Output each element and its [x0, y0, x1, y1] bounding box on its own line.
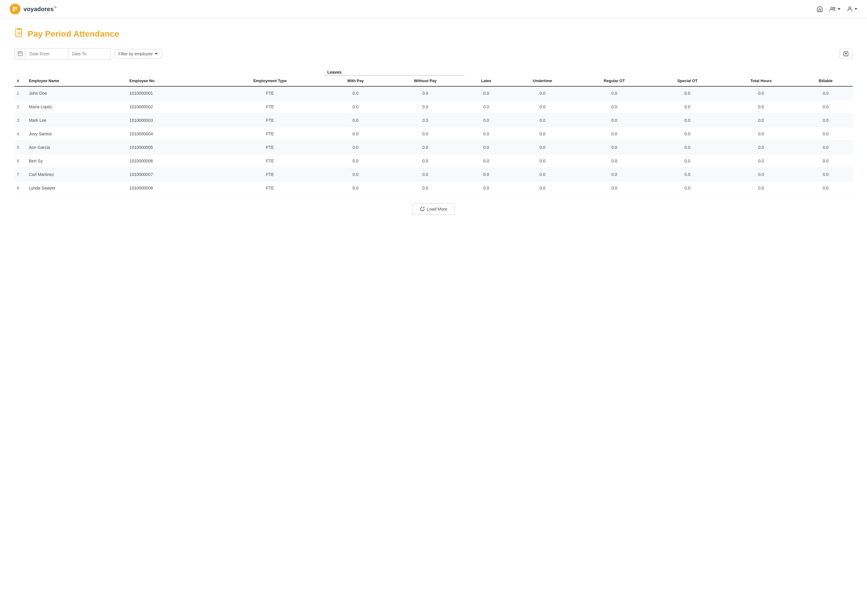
cell-row1-col1: 1: [14, 86, 27, 100]
date-to-input[interactable]: [68, 49, 110, 59]
col-header-withpay: With Pay: [325, 75, 386, 86]
cell-row4-col10: 0.0: [651, 127, 724, 141]
cell-row7-col4: FTE: [215, 168, 325, 181]
cell-row3-col5: 0.0: [325, 114, 386, 127]
page-title-icon: [14, 28, 24, 40]
cell-row8-col1: 8: [14, 181, 27, 195]
cell-row8-col9: 0.0: [577, 181, 651, 195]
cell-row7-col6: 0.0: [386, 168, 465, 181]
cell-row8-col6: 0.0: [386, 181, 465, 195]
cell-row5-col9: 0.0: [577, 141, 651, 154]
cell-row4-col11: 0.0: [724, 127, 799, 141]
table-row: 7Carl Martinez1010000007FTE0.00.00.00.00…: [14, 168, 853, 181]
cell-row6-col2: Bert Sy: [27, 154, 127, 168]
cell-row4-col7: 0.0: [465, 127, 508, 141]
refresh-icon: [420, 207, 425, 211]
date-from-input[interactable]: [26, 49, 68, 59]
cell-row1-col10: 0.0: [651, 86, 724, 100]
cell-row6-col4: FTE: [215, 154, 325, 168]
cell-row5-col2: Ann Garcia: [27, 141, 127, 154]
cell-row2-col2: Maria Lopez: [27, 100, 127, 114]
svg-rect-1: [15, 6, 17, 9]
cell-row1-col5: 0.0: [325, 86, 386, 100]
cell-row1-col12: 0.0: [799, 86, 853, 100]
cell-row2-col9: 0.0: [577, 100, 651, 114]
cell-row4-col8: 0.0: [508, 127, 577, 141]
filters-row: Filter by employee: [14, 48, 853, 60]
table-row: 2Maria Lopez1010000002FTE0.00.00.00.00.0…: [14, 100, 853, 114]
cell-row2-col6: 0.0: [386, 100, 465, 114]
cell-row1-col3: 1010000001: [127, 86, 215, 100]
load-more-row: Load More: [14, 203, 853, 215]
cell-row8-col12: 0.0: [799, 181, 853, 195]
cell-row7-col11: 0.0: [724, 168, 799, 181]
employee-filter[interactable]: Filter by employee: [114, 49, 162, 59]
cell-row4-col12: 0.0: [799, 127, 853, 141]
cell-row5-col7: 0.0: [465, 141, 508, 154]
cell-row3-col4: FTE: [215, 114, 325, 127]
svg-rect-12: [18, 52, 22, 56]
table-row: 5Ann Garcia1010000005FTE0.00.00.00.00.00…: [14, 141, 853, 154]
cell-row4-col3: 1010000004: [127, 127, 215, 141]
cell-row1-col4: FTE: [215, 86, 325, 100]
svg-marker-6: [854, 8, 858, 10]
cell-row7-col5: 0.0: [325, 168, 386, 181]
cell-row2-col5: 0.0: [325, 100, 386, 114]
svg-marker-4: [837, 8, 840, 10]
cell-row3-col9: 0.0: [577, 114, 651, 127]
svg-rect-0: [13, 6, 14, 11]
cell-row5-col6: 0.0: [386, 141, 465, 154]
cell-row6-col9: 0.0: [577, 154, 651, 168]
svg-point-2: [831, 7, 833, 9]
logo-icon: [9, 4, 20, 14]
cell-row8-col8: 0.0: [508, 181, 577, 195]
cell-row6-col11: 0.0: [724, 154, 799, 168]
col-header-lates: Lates: [465, 75, 508, 86]
cell-row6-col7: 0.0: [465, 154, 508, 168]
cell-row8-col11: 0.0: [724, 181, 799, 195]
cell-row3-col1: 3: [14, 114, 27, 127]
cell-row2-col12: 0.0: [799, 100, 853, 114]
page-title: Pay Period Attendance: [28, 29, 119, 39]
team-button[interactable]: [829, 6, 840, 13]
cell-row3-col11: 0.0: [724, 114, 799, 127]
cell-row4-col1: 4: [14, 127, 27, 141]
export-button[interactable]: [839, 49, 853, 59]
cell-row5-col1: 5: [14, 141, 27, 154]
cell-row8-col5: 0.0: [325, 181, 386, 195]
cell-row1-col6: 0.0: [386, 86, 465, 100]
header: voyadores™: [0, 0, 867, 18]
cell-row3-col6: 0.0: [386, 114, 465, 127]
employee-filter-label: Filter by employee: [118, 52, 153, 56]
table-row: 6Bert Sy1010000006FTE0.00.00.00.00.00.00…: [14, 154, 853, 168]
cell-row7-col1: 7: [14, 168, 27, 181]
home-button[interactable]: [817, 6, 823, 13]
cell-row4-col6: 0.0: [386, 127, 465, 141]
cell-row3-col12: 0.0: [799, 114, 853, 127]
cell-row4-col5: 0.0: [325, 127, 386, 141]
cell-row3-col8: 0.0: [508, 114, 577, 127]
cell-row5-col5: 0.0: [325, 141, 386, 154]
attendance-table: Leaves # Employee Name Employee No. Empl…: [14, 67, 853, 195]
export-icon: [843, 51, 849, 57]
cell-row7-col8: 0.0: [508, 168, 577, 181]
empty-header: [14, 67, 325, 75]
table-row: 8Lynda Sawyer1010000008FTE0.00.00.00.00.…: [14, 181, 853, 195]
cell-row2-col11: 0.0: [724, 100, 799, 114]
cell-row2-col7: 0.0: [465, 100, 508, 114]
load-more-button[interactable]: Load More: [412, 203, 455, 215]
page-content: Pay Period Attendance Filter by employee: [0, 18, 867, 225]
user-button[interactable]: [847, 6, 858, 13]
load-more-label: Load More: [427, 207, 447, 211]
cell-row2-col3: 1010000002: [127, 100, 215, 114]
cell-row6-col6: 0.0: [386, 154, 465, 168]
cell-row4-col2: Jovy Santos: [27, 127, 127, 141]
leaves-header: Leaves: [325, 67, 465, 75]
cell-row1-col9: 0.0: [577, 86, 651, 100]
cell-row8-col4: FTE: [215, 181, 325, 195]
cell-row8-col10: 0.0: [651, 181, 724, 195]
cell-row1-col2: John Doe: [27, 86, 127, 100]
table-row: 3Mark Lee1010000003FTE0.00.00.00.00.00.0…: [14, 114, 853, 127]
table-row: 1John Doe1010000001FTE0.00.00.00.00.00.0…: [14, 86, 853, 100]
cell-row2-col8: 0.0: [508, 100, 577, 114]
